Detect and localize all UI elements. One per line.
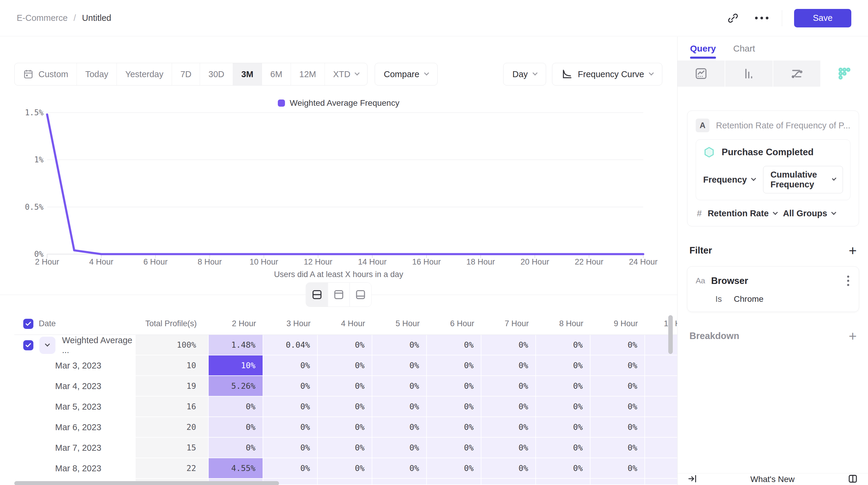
column-header[interactable]: 2 Hour	[209, 313, 263, 334]
horizontal-scrollbar[interactable]	[14, 481, 279, 485]
save-button[interactable]: Save	[794, 9, 851, 27]
column-header[interactable]: 9 Hour	[590, 313, 645, 334]
cell-value[interactable]: 0%	[427, 417, 482, 438]
cell-value[interactable]: 0%	[427, 376, 482, 396]
range-30d[interactable]: 30D	[200, 63, 232, 85]
copy-link-button[interactable]	[724, 10, 741, 27]
cell-value[interactable]: 0%	[482, 355, 536, 376]
cell-value[interactable]: 0%	[590, 355, 645, 376]
cell-value[interactable]: 0%	[263, 458, 318, 479]
cumulative-frequency-dropdown[interactable]: Cumulative Frequency	[763, 166, 843, 193]
select-all-checkbox[interactable]	[23, 319, 33, 329]
row-checkbox[interactable]	[23, 340, 33, 350]
event-name[interactable]: Purchase Completed	[722, 147, 813, 158]
side-panel-button[interactable]	[848, 474, 858, 485]
range-today[interactable]: Today	[76, 63, 117, 85]
tab-query[interactable]: Query	[690, 37, 716, 61]
filter-value[interactable]: Chrome	[734, 294, 764, 304]
range-custom[interactable]: Custom	[14, 63, 76, 85]
page-title[interactable]: Untitled	[82, 13, 111, 23]
cell-value[interactable]	[536, 479, 590, 485]
cell-value[interactable]: 0%	[645, 396, 677, 417]
chart-style-dropdown[interactable]: Frequency Curve	[552, 63, 662, 86]
cell-value[interactable]: 0%	[209, 417, 263, 438]
cell-value[interactable]: 0%	[263, 396, 318, 417]
cell-value[interactable]: 0%	[590, 417, 645, 438]
cell-value[interactable]: 0%	[427, 396, 482, 417]
cell-value[interactable]: 0%	[318, 458, 372, 479]
cell-value[interactable]: 0%	[482, 417, 536, 438]
layout-toggle-chart[interactable]	[328, 283, 350, 306]
range-3m[interactable]: 3M	[233, 63, 262, 85]
cell-value[interactable]: 0%	[645, 417, 677, 438]
column-header[interactable]: 7 Hour	[482, 313, 536, 334]
cell-value[interactable]: 0%	[427, 438, 482, 458]
cell-value[interactable]: 4.55%	[209, 458, 263, 479]
vertical-scrollbar[interactable]	[668, 315, 673, 354]
cell-value[interactable]: 0%	[372, 417, 427, 438]
chart-type-retention[interactable]	[821, 61, 868, 87]
cell-value[interactable]: 0%	[536, 355, 590, 376]
cell-value[interactable]: 0%	[590, 458, 645, 479]
cell-value[interactable]: 0%	[645, 458, 677, 479]
cell-value[interactable]: 0%	[482, 376, 536, 396]
cell-value[interactable]: 0%	[209, 396, 263, 417]
whats-new-link[interactable]: What's New	[750, 475, 795, 484]
column-header[interactable]: 6 Hour	[427, 313, 482, 334]
cell-value[interactable]	[482, 479, 536, 485]
row-date-label[interactable]: Mar 4, 2023	[14, 376, 135, 396]
interval-dropdown[interactable]: Day	[503, 63, 546, 86]
more-options-button[interactable]	[753, 10, 770, 27]
row-date-label[interactable]: Mar 8, 2023	[14, 458, 135, 479]
cell-value[interactable]: 0%	[536, 417, 590, 438]
cell-value[interactable]: 0%	[482, 458, 536, 479]
cell-value[interactable]: 0%	[263, 417, 318, 438]
cell-value[interactable]: 0%	[372, 355, 427, 376]
filter-operator[interactable]: Is	[715, 294, 722, 304]
column-header[interactable]: 3 Hour	[263, 313, 318, 334]
cell-value[interactable]	[645, 479, 677, 485]
measure-dropdown[interactable]: Retention Rate	[708, 208, 777, 218]
cell-value[interactable]: 0%	[536, 396, 590, 417]
cell-value[interactable]: 0%	[372, 438, 427, 458]
column-header[interactable]: 4 Hour	[318, 313, 372, 334]
cell-value[interactable]: 0.04%	[263, 335, 318, 355]
column-header[interactable]: 5 Hour	[372, 313, 427, 334]
collapse-panel-button[interactable]	[688, 474, 697, 485]
filter-property[interactable]: Browser	[711, 276, 748, 286]
layout-toggle-split[interactable]	[306, 283, 328, 306]
cell-value[interactable]: 0%	[482, 396, 536, 417]
row-date-label[interactable]: Mar 6, 2023	[14, 417, 135, 438]
row-expander-button[interactable]	[39, 337, 56, 354]
frequency-dropdown[interactable]: Frequency	[703, 175, 755, 185]
row-date-label[interactable]: Mar 7, 2023	[14, 438, 135, 458]
cell-value[interactable]: 0%	[590, 438, 645, 458]
cell-value[interactable]: 10%	[209, 355, 263, 376]
cell-value[interactable]: 0%	[318, 355, 372, 376]
column-header[interactable]: Total Profile(s)	[135, 313, 209, 334]
range-7d[interactable]: 7D	[172, 63, 200, 85]
cell-value[interactable]: 0%	[536, 458, 590, 479]
cell-value[interactable]: 0%	[372, 458, 427, 479]
add-filter-button[interactable]: +	[848, 244, 857, 257]
cell-value[interactable]: 0%	[427, 355, 482, 376]
cell-value[interactable]: 0%	[590, 396, 645, 417]
range-12m[interactable]: 12M	[290, 63, 324, 85]
breadcrumb-project[interactable]: E-Commerce	[17, 13, 68, 23]
event-card[interactable]: Purchase Completed Frequency Cumulative …	[696, 139, 850, 200]
cell-value[interactable]: 0%	[318, 376, 372, 396]
cell-value[interactable]: 0%	[318, 417, 372, 438]
cell-value[interactable]: 0%	[427, 335, 482, 355]
chart-type-insights[interactable]	[678, 61, 725, 87]
cell-value[interactable]: 0%	[209, 438, 263, 458]
tab-chart[interactable]: Chart	[733, 37, 755, 61]
compare-button[interactable]: Compare	[375, 63, 438, 86]
filter-card[interactable]: Aa Browser Is Chrome	[687, 266, 859, 312]
cell-value[interactable]: 0%	[263, 438, 318, 458]
cell-value[interactable]: 0%	[536, 376, 590, 396]
range-yesterday[interactable]: Yesterday	[117, 63, 172, 85]
cell-value[interactable]: 5.26%	[209, 376, 263, 396]
cell-value[interactable]: 0%	[372, 376, 427, 396]
query-step-card[interactable]: A Retention Rate of Frequency of P... Pu…	[687, 110, 859, 226]
cell-value[interactable]: 0%	[645, 376, 677, 396]
